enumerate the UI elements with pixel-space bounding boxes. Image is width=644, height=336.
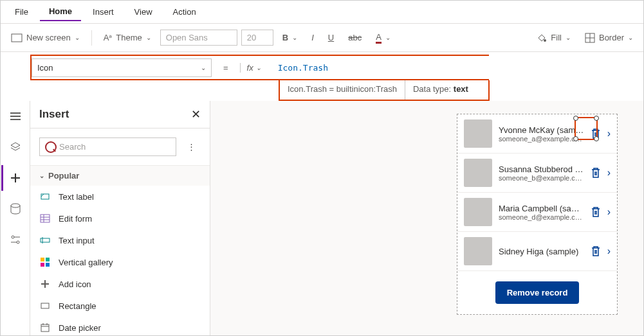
chevron-down-icon: ⌄: [146, 34, 151, 41]
chevron-down-icon: ⌄: [201, 64, 206, 71]
svg-rect-17: [41, 215, 50, 222]
insert-item-vertical-gallery[interactable]: Vertical gallery: [30, 251, 210, 273]
gallery-row[interactable]: Yvonne McKay (sample)someone_a@example.c…: [457, 114, 617, 154]
left-rail: [1, 101, 30, 335]
vertical-gallery[interactable]: Yvonne McKay (sample)someone_a@example.c…: [457, 114, 618, 315]
property-select[interactable]: Icon ⌄: [32, 58, 212, 77]
theme-button[interactable]: Aᵃ Theme ⌄: [98, 30, 156, 45]
insert-item-text-label[interactable]: Text label: [30, 186, 210, 208]
chevron-right-icon[interactable]: ›: [607, 128, 611, 139]
formula-input[interactable]: Icon.Trash: [273, 59, 484, 76]
contact-name: Susanna Stubberod (sample): [499, 164, 584, 174]
svg-rect-24: [46, 258, 50, 261]
font-color-button[interactable]: A⌄: [371, 30, 396, 46]
gallery-row[interactable]: Sidney Higa (sample)›: [457, 232, 617, 271]
svg-rect-0: [12, 34, 22, 42]
chevron-down-icon: ⌄: [75, 34, 80, 41]
chevron-down-icon: ⌄: [628, 34, 633, 41]
search-input[interactable]: Search: [39, 137, 176, 156]
add-icon-icon: [39, 278, 51, 290]
svg-point-10: [11, 204, 20, 208]
insert-item-date-picker[interactable]: Date picker: [30, 317, 210, 336]
fill-button[interactable]: Fill⌄: [531, 30, 576, 46]
text-label-icon: [39, 191, 51, 202]
insert-item-label: Edit form: [59, 214, 92, 224]
rectangle-icon: [39, 300, 51, 312]
rail-tree-view[interactable]: [3, 103, 28, 129]
rail-layers[interactable]: [3, 134, 28, 160]
intellisense-bar: Icon.Trash = builtinicon:Trash Data type…: [279, 80, 490, 101]
intellisense-eval: Icon.Trash = builtinicon:Trash: [280, 80, 405, 100]
close-icon[interactable]: ✕: [191, 107, 201, 121]
gallery-row[interactable]: Susanna Stubberod (sample)someone_b@exam…: [457, 154, 617, 193]
rail-tools[interactable]: [3, 227, 28, 252]
insert-item-edit-form[interactable]: Edit form: [30, 208, 210, 229]
chevron-right-icon[interactable]: ›: [607, 167, 611, 179]
trash-icon[interactable]: [591, 206, 601, 218]
italic-button[interactable]: I: [306, 30, 319, 45]
contact-email: someone_a@example.com: [499, 135, 584, 143]
screen-icon: [11, 33, 23, 42]
contact-name: Yvonne McKay (sample): [499, 125, 584, 135]
rail-insert[interactable]: [1, 165, 27, 191]
menu-bar: File Home Insert View Action: [1, 1, 643, 24]
menu-action[interactable]: Action: [164, 3, 205, 21]
equals-label: =: [217, 63, 235, 73]
grid-icon: [585, 33, 595, 43]
menu-insert[interactable]: Insert: [84, 3, 123, 21]
size-select[interactable]: 20: [241, 30, 273, 46]
rail-data[interactable]: [3, 196, 28, 222]
menu-file[interactable]: File: [6, 3, 37, 21]
underline-button[interactable]: U: [323, 30, 339, 45]
insert-item-add-icon[interactable]: Add icon: [30, 273, 210, 295]
svg-line-16: [41, 194, 44, 197]
edit-form-icon: [39, 213, 51, 224]
gallery-row[interactable]: Maria Campbell (sample)someone_d@example…: [457, 193, 617, 232]
svg-point-13: [17, 241, 19, 243]
fx-button[interactable]: fx⌄: [240, 63, 268, 73]
contact-name: Sidney Higa (sample): [499, 247, 584, 256]
search-placeholder: Search: [59, 142, 86, 152]
svg-point-11: [12, 236, 14, 238]
trash-icon[interactable]: [591, 167, 601, 179]
insert-item-label: Text label: [59, 192, 94, 202]
insert-items-list: Text labelEdit formText inputVertical ga…: [30, 186, 210, 336]
new-screen-button[interactable]: New screen ⌄: [6, 30, 85, 45]
insert-item-label: Date picker: [59, 323, 101, 333]
avatar: [464, 198, 492, 226]
insert-item-label: Vertical gallery: [59, 258, 113, 267]
new-screen-label: New screen: [26, 33, 71, 42]
menu-view[interactable]: View: [125, 3, 161, 21]
date-picker-icon: [39, 322, 51, 333]
font-select[interactable]: Open Sans: [160, 30, 237, 46]
insert-item-text-input[interactable]: Text input: [30, 229, 210, 251]
trash-icon[interactable]: [591, 245, 601, 257]
vertical-gallery-icon: [39, 256, 51, 268]
svg-rect-26: [46, 263, 50, 267]
chevron-down-icon: ⌄: [256, 64, 261, 71]
property-value: Icon: [37, 63, 53, 73]
text-input-icon: [39, 234, 51, 246]
chevron-right-icon[interactable]: ›: [607, 206, 611, 218]
design-canvas[interactable]: Yvonne McKay (sample)someone_a@example.c…: [210, 101, 643, 335]
category-label: Popular: [48, 171, 79, 181]
chevron-right-icon[interactable]: ›: [607, 245, 611, 257]
insert-item-label: Add icon: [59, 279, 91, 289]
chevron-down-icon: ⌄: [39, 172, 44, 179]
insert-item-rectangle[interactable]: Rectangle: [30, 295, 210, 317]
size-value: 20: [247, 33, 256, 42]
category-popular[interactable]: ⌄Popular: [30, 165, 210, 186]
svg-rect-30: [41, 324, 49, 332]
chevron-down-icon: ⌄: [292, 34, 297, 41]
theme-label: Theme: [116, 33, 142, 42]
strike-button[interactable]: abc: [343, 30, 367, 45]
bold-button[interactable]: B⌄: [277, 30, 302, 45]
border-button[interactable]: Border⌄: [580, 30, 638, 46]
more-options-button[interactable]: ⋮: [181, 142, 201, 152]
insert-panel: Insert ✕ Search ⋮ ⌄Popular Text labelEdi…: [30, 101, 210, 335]
font-value: Open Sans: [166, 33, 208, 42]
separator: [91, 30, 92, 46]
remove-record-button[interactable]: Remove record: [495, 281, 580, 304]
paint-bucket-icon: [537, 33, 547, 43]
menu-home[interactable]: Home: [40, 3, 81, 21]
